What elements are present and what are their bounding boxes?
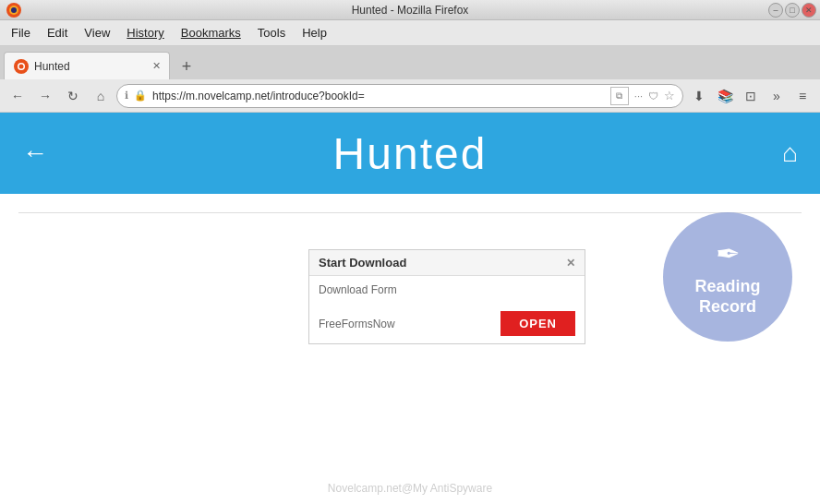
nav-right-buttons: ⬇ 📚 ⊡ » ≡ [687, 84, 814, 108]
title-bar: Hunted - Mozilla Firefox – □ ✕ [0, 0, 820, 20]
book-title: Hunted [333, 128, 488, 179]
content-area: Start Download ✕ Download Form FreeForms… [0, 194, 820, 504]
menu-bookmarks[interactable]: Bookmarks [174, 23, 248, 42]
page-footer: Novelcamp.net@My AntiSpyware [328, 482, 492, 495]
ad-close-button[interactable]: ✕ [566, 257, 575, 270]
menu-bar: File Edit View History Bookmarks Tools H… [0, 20, 820, 46]
new-tab-button[interactable]: + [174, 54, 199, 79]
tab-close-button[interactable]: ✕ [149, 59, 163, 74]
active-tab[interactable]: Hunted ✕ [4, 52, 170, 79]
reading-record-label: Reading Record [694, 277, 760, 317]
ad-site-text: FreeFormsNow [319, 318, 395, 330]
menu-button[interactable]: ≡ [790, 84, 814, 108]
close-button[interactable]: ✕ [802, 3, 816, 18]
footer-text: Novelcamp.net@My AntiSpyware [328, 482, 492, 495]
url-lock-icon: 🔒 [134, 90, 147, 102]
back-arrow-button[interactable]: ← [22, 138, 48, 168]
url-copy-icon: ⧉ [610, 87, 629, 105]
ad-body: Download Form [309, 276, 585, 304]
book-header: ← Hunted ⌂ [0, 113, 820, 194]
tab-favicon [14, 59, 29, 74]
url-info-icon: ℹ [125, 90, 128, 102]
menu-view[interactable]: View [77, 23, 117, 42]
svg-point-4 [19, 64, 24, 68]
menu-edit[interactable]: Edit [40, 23, 75, 42]
menu-tools[interactable]: Tools [250, 23, 293, 42]
ad-title: Start Download [319, 256, 406, 270]
ad-open-button[interactable]: OPEN [500, 311, 575, 336]
tab-bar: Hunted ✕ + [0, 46, 820, 79]
reload-button[interactable]: ↻ [61, 84, 85, 108]
menu-file[interactable]: File [4, 23, 38, 42]
library-button[interactable]: 📚 [713, 84, 737, 108]
shield-icon: 🛡 [648, 90, 658, 102]
svg-point-2 [11, 7, 17, 13]
ad-box: Start Download ✕ Download Form FreeForms… [308, 249, 585, 344]
window-title: Hunted - Mozilla Firefox [352, 4, 469, 17]
ad-body-text: Download Form [319, 283, 397, 296]
download-button[interactable]: ⬇ [687, 84, 711, 108]
menu-help[interactable]: Help [295, 23, 334, 42]
ad-footer: FreeFormsNow OPEN [309, 304, 585, 343]
expand-button[interactable]: » [765, 84, 789, 108]
page-content: ← Hunted ⌂ Start Download ✕ Download For… [0, 113, 820, 504]
window-controls: – □ ✕ [768, 3, 816, 18]
nav-bar: ← → ↻ ⌂ ℹ 🔒 https://m.novelcamp.net/intr… [0, 79, 820, 113]
url-bar[interactable]: ℹ 🔒 https://m.novelcamp.net/introduce?bo… [116, 84, 683, 108]
maximize-button[interactable]: □ [785, 3, 800, 18]
firefox-icon [6, 2, 22, 18]
tab-label: Hunted [34, 60, 70, 73]
menu-history[interactable]: History [119, 23, 171, 42]
minimize-button[interactable]: – [768, 3, 783, 18]
forward-button[interactable]: → [33, 84, 57, 108]
feather-icon: ✒ [716, 236, 741, 271]
synced-tabs-button[interactable]: ⊡ [739, 84, 763, 108]
url-text[interactable]: https://m.novelcamp.net/introduce?bookId… [152, 90, 605, 102]
content-divider [18, 212, 802, 213]
reading-record-button[interactable]: ✒ Reading Record [663, 212, 792, 342]
back-button[interactable]: ← [6, 84, 30, 108]
home-icon-button[interactable]: ⌂ [782, 138, 798, 168]
home-button[interactable]: ⌂ [89, 84, 113, 108]
bookmark-star-icon[interactable]: ☆ [664, 89, 675, 102]
ad-header: Start Download ✕ [309, 250, 585, 276]
url-more-icon: ··· [634, 90, 643, 102]
